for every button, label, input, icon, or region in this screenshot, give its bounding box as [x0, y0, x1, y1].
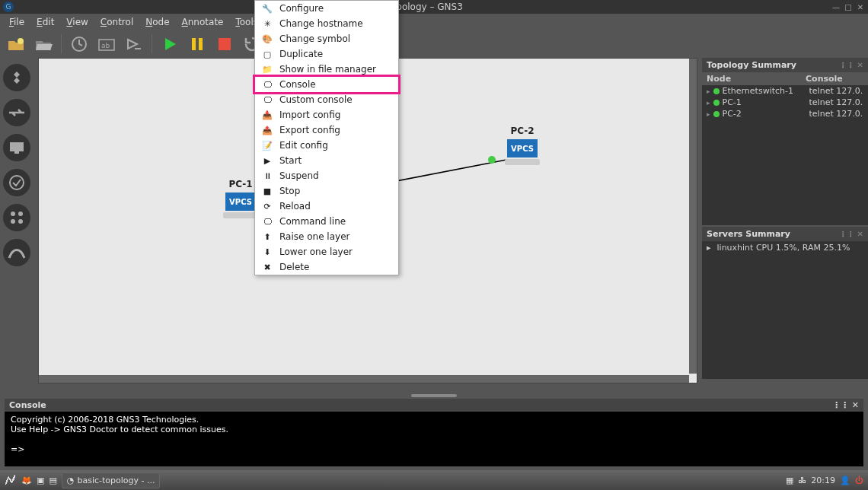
ctx-item-console[interactable]: 🖵Console [255, 77, 398, 92]
new-project-button[interactable] [5, 33, 27, 56]
ctx-item-raise-one-layer[interactable]: ⬆Raise one layer [255, 229, 398, 244]
node-pc2[interactable]: PC-2 VPCS [505, 126, 540, 165]
svg-point-15 [11, 212, 15, 216]
stop-all-button[interactable] [213, 33, 236, 56]
close-button[interactable]: ✕ [856, 2, 865, 11]
ctx-icon: 📥 [261, 110, 273, 120]
expand-arrow-icon[interactable]: ▸ [707, 88, 710, 95]
taskbar-app-button[interactable]: ◔ basic-topology - ... [62, 473, 161, 488]
ctx-icon: 🖵 [261, 79, 273, 90]
ctx-item-suspend[interactable]: ⏸Suspend [255, 168, 398, 183]
window-titlebar: G topology – GNS3 — □ ✕ [0, 0, 868, 14]
expand-arrow-icon[interactable]: ▸ [707, 243, 711, 253]
firefox-icon[interactable]: 🦊 [21, 476, 32, 485]
ctx-item-configure[interactable]: 🔧Configure [255, 1, 398, 16]
expand-arrow-icon[interactable]: ▸ [707, 110, 710, 118]
start-menu-icon[interactable]: 🗲 [5, 473, 17, 488]
ctx-item-export-config[interactable]: 📤Export config [255, 123, 398, 138]
ctx-icon: ▢ [261, 49, 273, 59]
node-stand-icon [223, 212, 258, 218]
panel-title: Topology Summary [707, 60, 796, 70]
add-link-button[interactable] [3, 239, 30, 266]
link-endpoint-dot [488, 156, 496, 164]
ctx-icon: ✖ [261, 262, 273, 272]
ctx-icon: ⏸ [261, 170, 273, 181]
snapshot-button[interactable] [68, 33, 91, 56]
all-devices-button[interactable] [3, 204, 30, 231]
ctx-icon: 🔧 [261, 3, 273, 14]
ctx-item-reload[interactable]: ⟳Reload [255, 199, 398, 214]
server-row[interactable]: ▸ linuxhint CPU 1.5%, RAM 25.1% [702, 241, 868, 254]
menu-annotate[interactable]: Annotate [176, 14, 230, 30]
switches-button[interactable] [3, 99, 30, 126]
topology-summary-panel: Topology Summary ⋮⋮ ✕ Node Console ▸Ethe… [702, 58, 868, 225]
menu-view[interactable]: View [60, 14, 94, 30]
ctx-icon: ■ [261, 186, 273, 196]
canvas-vscrollbar[interactable] [689, 59, 697, 374]
files-icon[interactable]: ▤ [49, 476, 56, 485]
ctx-label: Stop [279, 186, 300, 196]
ctx-item-duplicate[interactable]: ▢Duplicate [255, 46, 398, 62]
ctx-item-edit-config[interactable]: 📝Edit config [255, 138, 398, 153]
panel-close-icon[interactable]: ⋮⋮ ✕ [839, 230, 863, 238]
toolbar: ab [0, 30, 868, 58]
panel-close-icon[interactable]: ⋮⋮ ✕ [839, 61, 863, 69]
show-interface-labels-button[interactable]: ab [95, 33, 118, 56]
ctx-icon: 🖵 [261, 94, 273, 105]
security-devices-button[interactable] [3, 169, 30, 196]
ctx-item-import-config[interactable]: 📥Import config [255, 107, 398, 123]
status-dot-icon [713, 88, 720, 94]
node-label: PC-2 [505, 126, 540, 136]
ctx-label: Show in file manager [279, 64, 376, 75]
tray-icon[interactable]: ▦ [786, 476, 793, 485]
ctx-item-delete[interactable]: ✖Delete [255, 259, 398, 275]
node-console: telnet 127.0... [809, 86, 863, 96]
tray-icon[interactable]: 🖧 [798, 476, 806, 485]
open-project-button[interactable] [32, 33, 55, 56]
menu-control[interactable]: Control [94, 14, 139, 30]
end-devices-button[interactable] [3, 134, 30, 161]
suspend-all-button[interactable] [186, 33, 209, 56]
ctx-label: Edit config [279, 140, 328, 151]
node-pc1[interactable]: PC-1 VPCS [223, 179, 258, 218]
ctx-item-change-hostname[interactable]: ✳Change hostname [255, 16, 398, 31]
console-output[interactable]: Copyright (c) 2006-2018 GNS3 Technologie… [5, 412, 863, 466]
ctx-icon: 📤 [261, 125, 273, 135]
ctx-item-change-symbol[interactable]: 🎨Change symbol [255, 31, 398, 46]
console-connect-button[interactable] [123, 33, 145, 56]
tray-user-icon[interactable]: 👤 [840, 476, 850, 485]
expand-arrow-icon[interactable]: ▸ [707, 99, 710, 107]
menu-file[interactable]: File [3, 14, 30, 30]
device-dock [0, 58, 34, 393]
ctx-label: Reload [279, 201, 311, 212]
topology-row[interactable]: ▸PC-2telnet 127.0... [702, 108, 868, 119]
ctx-label: Change symbol [279, 33, 350, 44]
topology-row[interactable]: ▸PC-1telnet 127.0... [702, 97, 868, 108]
node-badge: VPCS [507, 139, 538, 158]
ctx-label: Command line [279, 216, 346, 227]
menu-node[interactable]: Node [139, 14, 175, 30]
ctx-item-custom-console[interactable]: 🖵Custom console [255, 92, 398, 107]
minimize-button[interactable]: — [831, 2, 841, 11]
start-all-button[interactable] [158, 33, 181, 56]
panel-close-icon[interactable]: ⋮⋮ ✕ [832, 400, 859, 410]
ctx-item-lower-one-layer[interactable]: ⬇Lower one layer [255, 244, 398, 259]
canvas-hscrollbar[interactable] [39, 375, 689, 383]
node-name: Ethernetswitch-1 [723, 86, 806, 96]
power-icon[interactable]: ⏻ [855, 476, 863, 485]
ctx-item-command-line[interactable]: 🖵Command line [255, 214, 398, 229]
splitter-grip[interactable] [411, 394, 457, 397]
terminal-icon[interactable]: ▣ [37, 476, 44, 485]
ctx-label: Start [279, 155, 302, 166]
routers-button[interactable] [3, 64, 30, 91]
ctx-item-show-in-file-manager[interactable]: 📁Show in file manager [255, 62, 398, 77]
panel-title: Servers Summary [707, 229, 790, 239]
menu-edit[interactable]: Edit [30, 14, 60, 30]
ctx-icon: 🎨 [261, 33, 273, 44]
clock[interactable]: 20:19 [811, 476, 835, 485]
ctx-item-stop[interactable]: ■Stop [255, 183, 398, 199]
topology-row[interactable]: ▸Ethernetswitch-1telnet 127.0... [702, 85, 868, 97]
ctx-label: Duplicate [279, 49, 323, 59]
ctx-item-start[interactable]: ▶Start [255, 153, 398, 168]
maximize-button[interactable]: □ [844, 2, 853, 11]
